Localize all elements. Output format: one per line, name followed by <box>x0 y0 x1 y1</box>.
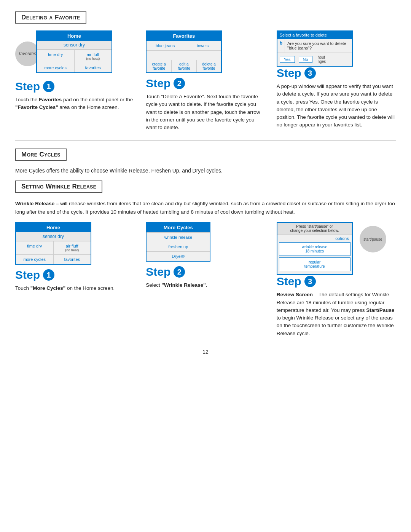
delete-step3-dialog: Select a favorite to delete b Are you su… <box>277 30 353 67</box>
wr-step2-desc: Select "Wrinkle Release". <box>146 281 265 289</box>
delete-step2-desc: Touch "Delete A Favorite". Next touch th… <box>146 93 265 131</box>
wr-step2-heading: Step 2 <box>146 265 265 278</box>
wr-step1-screen: Home sensor dry time dry air fluff(no he… <box>15 222 91 265</box>
review-options-label: options <box>277 235 352 241</box>
wr-step3-review-outer: Press "start/pause" orchange your select… <box>277 222 396 275</box>
confirm-buttons-row: Yes No houtnges <box>277 53 352 66</box>
confirm-yes-btn[interactable]: Yes <box>280 56 295 63</box>
delete-step-2-col: Favorites blue jeans towels create afavo… <box>146 30 265 131</box>
delete-step1-row1: time dry air fluff(no heat) <box>37 50 112 63</box>
delete-step-3-col: Select a favorite to delete b Are you su… <box>277 30 396 131</box>
delete-step2-screen: Favorites blue jeans towels create afavo… <box>146 30 222 73</box>
wr-step1-row2: more cycles favorites <box>16 254 91 264</box>
delete-step2-edit: edit afavorite <box>172 60 197 72</box>
delete-step2-cell-towels: towels <box>184 41 221 50</box>
section-divider-1 <box>15 141 396 141</box>
step3-label: Step <box>277 67 301 80</box>
wr-step1-favorites: favorites <box>54 255 91 264</box>
wr-description: Wrinkle Release – will release wrinkles … <box>15 200 396 216</box>
step1-label: Step <box>15 80 40 93</box>
step1-num: 1 <box>43 81 54 92</box>
wr-step2-freshen-up: freshen up <box>147 242 210 251</box>
delete-step1-screen-subheader: sensor dry <box>37 41 112 50</box>
delete-step3-heading: Step 3 <box>277 67 396 80</box>
wr-bold: Wrinkle Release – <box>15 201 59 206</box>
delete-step2-delete: delete afavorite <box>197 60 221 72</box>
wr-step2-screen: More Cycles wrinkle release freshen up D… <box>146 222 210 262</box>
wr-step3-heading: Step 3 <box>277 275 396 288</box>
delete-step2-bottom-row: create afavorite edit afavorite delete a… <box>147 60 221 72</box>
wr-step3-label: Step <box>277 275 301 288</box>
favorites-icon-area: favorites Home sensor dry time dry air f… <box>15 30 134 77</box>
wr-step3-review-screen: Press "start/pause" orchange your select… <box>277 222 353 275</box>
deleting-favorite-title: Deleting a Favorite <box>15 11 86 24</box>
wr-step1-air-fluff: air fluff(no heat) <box>54 241 91 254</box>
setting-wr-title: Setting Wrinkle Release <box>15 181 102 193</box>
delete-step1-cell-more-cycles: more cycles <box>37 63 75 72</box>
wr-step3-num: 3 <box>304 276 316 287</box>
delete-step2-header: Favorites <box>147 31 221 41</box>
step2-label: Step <box>146 77 170 90</box>
review-wrinkle-18[interactable]: wrinkle release18 minutes <box>279 242 350 256</box>
wr-step2-col: More Cycles wrinkle release freshen up D… <box>146 222 265 337</box>
fav-circle-label: favorites <box>19 51 36 56</box>
wr-step1-heading: Step 1 <box>15 268 134 281</box>
wr-step1-col: Home sensor dry time dry air fluff(no he… <box>15 222 134 334</box>
review-left-cells: wrinkle release18 minutes regulartempera… <box>279 242 350 273</box>
confirm-header: Select a favorite to delete <box>277 31 352 39</box>
delete-step2-heading: Step 2 <box>146 77 265 90</box>
wr-text: will release wrinkles from items that ar… <box>15 201 395 215</box>
more-cycles-title: More Cycles <box>15 149 67 161</box>
delete-step1-screen-header: Home <box>37 31 112 41</box>
review-top-text: Press "start/pause" orchange your select… <box>277 223 352 235</box>
delete-step1-cell-favorites: favorites <box>75 63 112 72</box>
start-pause-button[interactable]: start/pause <box>360 226 386 252</box>
confirm-aside: houtnges <box>318 55 326 64</box>
wr-step1-time-dry: time dry <box>16 241 54 254</box>
setting-wrinkle-release: Setting Wrinkle Release Wrinkle Release … <box>15 181 396 337</box>
wr-step1-more-cycles: more cycles <box>16 255 54 264</box>
more-cycles-section: More Cycles More Cycles offers the abili… <box>15 149 396 337</box>
step3-num: 3 <box>304 67 316 79</box>
delete-step2-create: create afavorite <box>147 60 172 72</box>
page-number: 12 <box>15 349 396 355</box>
delete-step2-cell-empty1 <box>147 51 184 60</box>
wr-step2-wrinkle-release: wrinkle release <box>147 232 210 242</box>
start-pause-label: start/pause <box>363 237 382 241</box>
deleting-favorite-section: Deleting a Favorite favorites Home senso… <box>15 11 396 131</box>
wr-step1-num: 1 <box>43 269 54 281</box>
confirm-no-btn[interactable]: No <box>299 56 312 63</box>
delete-step1-heading: Step 1 <box>15 80 134 93</box>
delete-step2-cell-blue-jeans: blue jeans <box>147 41 184 50</box>
wr-step1-row1: time dry air fluff(no heat) <box>16 241 91 254</box>
delete-step1-cell-time-dry: time dry <box>37 50 75 63</box>
delete-step1-screen: Home sensor dry time dry air fluff(no he… <box>36 30 112 73</box>
wr-step2-dryel: Dryel® <box>147 251 210 261</box>
delete-step3-desc: A pop-up window will appear to verify th… <box>277 83 396 129</box>
wr-step2-num: 2 <box>174 266 185 278</box>
wr-step1-label: Step <box>15 268 40 281</box>
delete-step1-desc: Touch the Favorites pad on the control p… <box>15 96 134 112</box>
deleting-steps-row: favorites Home sensor dry time dry air f… <box>15 30 396 131</box>
wr-step1-desc: Touch "More Cycles" on the Home screen. <box>15 284 134 292</box>
wr-step1-header: Home <box>16 223 91 232</box>
delete-step2-cell-empty2 <box>184 51 221 60</box>
wr-step3-col: Press "start/pause" orchange your select… <box>277 222 396 337</box>
delete-step-1-col: favorites Home sensor dry time dry air f… <box>15 30 134 131</box>
wr-steps-row: Home sensor dry time dry air fluff(no he… <box>15 222 396 337</box>
delete-step2-row2 <box>147 50 221 60</box>
review-regular-temp[interactable]: regulartemperature <box>279 257 350 271</box>
wr-step2-header: More Cycles <box>147 223 210 232</box>
more-cycles-intro: More Cycles offers the ability to choose… <box>15 168 396 174</box>
delete-step2-row1: blue jeans towels <box>147 41 221 50</box>
step2-num: 2 <box>174 78 185 89</box>
review-body: wrinkle release18 minutes regulartempera… <box>277 241 352 274</box>
confirm-body-text: Are you sure you want to delete "blue je… <box>285 39 352 53</box>
wr-step3-desc: Review Screen – The default settings for… <box>277 291 396 337</box>
confirm-b-label: b <box>277 39 285 53</box>
delete-step1-row2: more cycles favorites <box>37 63 112 72</box>
wr-step2-label: Step <box>146 265 170 278</box>
delete-step1-cell-air-fluff: air fluff(no heat) <box>75 50 112 63</box>
wr-step1-subheader: sensor dry <box>16 232 91 241</box>
